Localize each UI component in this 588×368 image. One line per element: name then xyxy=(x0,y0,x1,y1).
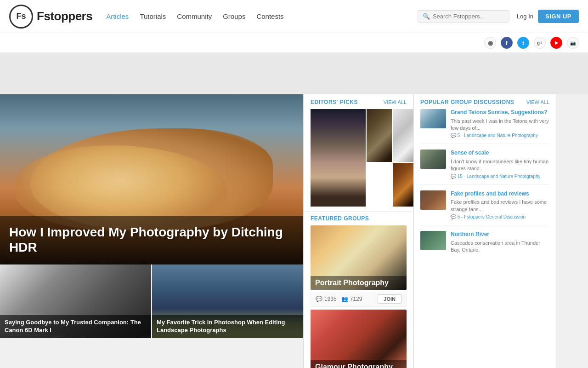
discussion-item-2[interactable]: Sense of scale I don't know if mountaine… xyxy=(420,150,549,184)
logo[interactable]: Fs Fstoppers xyxy=(9,5,92,29)
pick-item-2[interactable] xyxy=(367,109,392,162)
discussion1-excerpt: This past week I was in the Tetons with … xyxy=(451,118,549,132)
group1-photos: 7129 xyxy=(350,296,362,302)
featured-groups-section: FEATURED GROUPS Portrait Photography 💬 1… xyxy=(304,211,413,368)
featured-groups-title: FEATURED GROUPS xyxy=(311,215,369,222)
featured-groups-header: FEATURED GROUPS xyxy=(311,215,407,222)
right-sidebar: POPULAR GROUP DISCUSSIONS VIEW ALL Grand… xyxy=(413,94,556,368)
group1-join-button[interactable]: JOIN xyxy=(378,294,401,304)
discussion2-title[interactable]: Sense of scale xyxy=(451,150,549,157)
ad-banner xyxy=(0,53,588,94)
discussion4-thumb xyxy=(420,231,446,250)
social-bar: ◉ f t g+ ▶ 📷 xyxy=(0,33,588,53)
editors-picks-header: EDITORS' PICKS VIEW ALL xyxy=(311,99,407,105)
discussion-item-1[interactable]: Grand Tetons Sunrise, Suggestions? This … xyxy=(420,109,549,144)
hero-overlay: How I Improved My Photography by Ditchin… xyxy=(0,216,303,264)
nav-contests[interactable]: Contests xyxy=(256,12,283,20)
discussion1-comments: 5 xyxy=(458,133,460,138)
discussion2-thumb xyxy=(420,150,446,169)
search-input[interactable] xyxy=(433,13,504,20)
nav-tutorials[interactable]: Tutorials xyxy=(140,12,166,20)
small-article-2[interactable]: My Favorite Trick in Photoshop When Edit… xyxy=(152,264,303,338)
discussion2-comments: 15 xyxy=(458,174,463,179)
discussion1-meta: 💬 5 - Landscape and Nature Photography xyxy=(451,133,549,138)
group-card-glamour[interactable]: Glamour Photography xyxy=(311,310,407,368)
group1-stats: 💬 1935 👥 7129 JOIN xyxy=(311,292,407,307)
youtube-icon[interactable]: ▶ xyxy=(550,37,562,49)
discussion3-meta: 💬 5 - Fstoppers General Discussion xyxy=(451,214,549,219)
hero-title: How I Improved My Photography by Ditchin… xyxy=(9,224,294,255)
middle-column: EDITORS' PICKS VIEW ALL FEATURED GROUPS xyxy=(303,94,413,368)
discussion1-content: Grand Tetons Sunrise, Suggestions? This … xyxy=(451,109,549,138)
group1-name: Portrait Photography xyxy=(315,279,402,287)
discussion4-title[interactable]: Northern River xyxy=(451,231,549,238)
search-icon: 🔍 xyxy=(423,13,430,20)
picks-grid xyxy=(311,109,407,207)
discussion4-content: Northern River Cascades conservation are… xyxy=(451,231,549,255)
content-wrapper: How I Improved My Photography by Ditchin… xyxy=(0,94,588,368)
header: Fs Fstoppers Articles Tutorials Communit… xyxy=(0,0,588,33)
small-article-1[interactable]: Saying Goodbye to My Trusted Companion: … xyxy=(0,264,151,338)
discussion1-title[interactable]: Grand Tetons Sunrise, Suggestions? xyxy=(451,109,549,116)
rss-icon[interactable]: ◉ xyxy=(484,37,496,49)
nav-groups[interactable]: Groups xyxy=(223,12,245,20)
discussion2-excerpt: I don't know if mountaineers like tiny h… xyxy=(451,158,549,172)
discussions-view-all[interactable]: VIEW ALL xyxy=(526,99,549,105)
group1-photos-stat: 👥 7129 xyxy=(341,296,362,302)
logo-icon: Fs xyxy=(9,5,33,29)
discussions-title: POPULAR GROUP DISCUSSIONS xyxy=(420,99,514,105)
pick-item-1[interactable] xyxy=(311,109,366,207)
auth-area: Log In SIGN UP xyxy=(517,10,579,23)
discussion4-excerpt: Cascades conservation area in Thunder Ba… xyxy=(451,240,549,254)
instagram-icon[interactable]: 📷 xyxy=(567,37,579,49)
article2-overlay: My Favorite Trick in Photoshop When Edit… xyxy=(152,315,303,338)
group-card-portrait[interactable]: Portrait Photography xyxy=(311,225,407,290)
discussion3-excerpt: Fake profiles and bad reviews I have som… xyxy=(451,199,549,213)
discussion-item-4[interactable]: Northern River Cascades conservation are… xyxy=(420,231,549,260)
discussion1-group: Landscape and Nature Photography xyxy=(464,133,538,138)
group1-members-stat: 💬 1935 xyxy=(316,296,337,302)
group2-overlay: Glamour Photography xyxy=(311,360,407,368)
article1-title: Saying Goodbye to My Trusted Companion: … xyxy=(5,319,147,334)
discussions-header: POPULAR GROUP DISCUSSIONS VIEW ALL xyxy=(420,99,549,105)
article2-title: My Favorite Trick in Photoshop When Edit… xyxy=(157,319,299,334)
group1-overlay: Portrait Photography xyxy=(311,276,407,290)
discussion3-comments: 5 xyxy=(458,214,460,219)
left-column: How I Improved My Photography by Ditchin… xyxy=(0,94,303,368)
discussion2-meta: 💬 15 - Landscape and Nature Photography xyxy=(451,174,549,179)
main-nav: Articles Tutorials Community Groups Cont… xyxy=(106,12,418,20)
discussion3-title[interactable]: Fake profiles and bad reviews xyxy=(451,190,549,198)
discussion3-thumb xyxy=(420,190,446,210)
editors-picks-section: EDITORS' PICKS VIEW ALL xyxy=(304,94,413,211)
logo-text: Fstoppers xyxy=(37,9,92,23)
group2-name: Glamour Photography xyxy=(315,363,402,368)
hero-article[interactable]: How I Improved My Photography by Ditchin… xyxy=(0,94,303,264)
nav-community[interactable]: Community xyxy=(177,12,212,20)
twitter-icon[interactable]: t xyxy=(517,37,529,49)
facebook-icon[interactable]: f xyxy=(501,37,513,49)
discussion3-content: Fake profiles and bad reviews Fake profi… xyxy=(451,190,549,219)
group1-members: 1935 xyxy=(324,296,337,302)
signup-button[interactable]: SIGN UP xyxy=(538,10,579,23)
discussion1-thumb xyxy=(420,109,446,128)
discussion-item-3[interactable]: Fake profiles and bad reviews Fake profi… xyxy=(420,190,549,225)
article1-overlay: Saying Goodbye to My Trusted Companion: … xyxy=(0,315,151,338)
googleplus-icon[interactable]: g+ xyxy=(534,37,546,49)
group2-image xyxy=(311,310,407,368)
people-icon: 👥 xyxy=(341,296,348,302)
small-articles: Saying Goodbye to My Trusted Companion: … xyxy=(0,264,303,338)
discussion3-group: Fstoppers General Discussion xyxy=(464,214,526,219)
search-area[interactable]: 🔍 xyxy=(418,10,509,23)
editors-picks-title: EDITORS' PICKS xyxy=(311,99,358,105)
login-link[interactable]: Log In xyxy=(517,13,533,20)
nav-articles[interactable]: Articles xyxy=(106,12,129,20)
comments-icon: 💬 xyxy=(316,296,322,302)
discussion2-content: Sense of scale I don't know if mountaine… xyxy=(451,150,549,178)
editors-picks-view-all[interactable]: VIEW ALL xyxy=(384,99,407,105)
discussion2-group: Landscape and Nature Photography xyxy=(467,174,541,179)
